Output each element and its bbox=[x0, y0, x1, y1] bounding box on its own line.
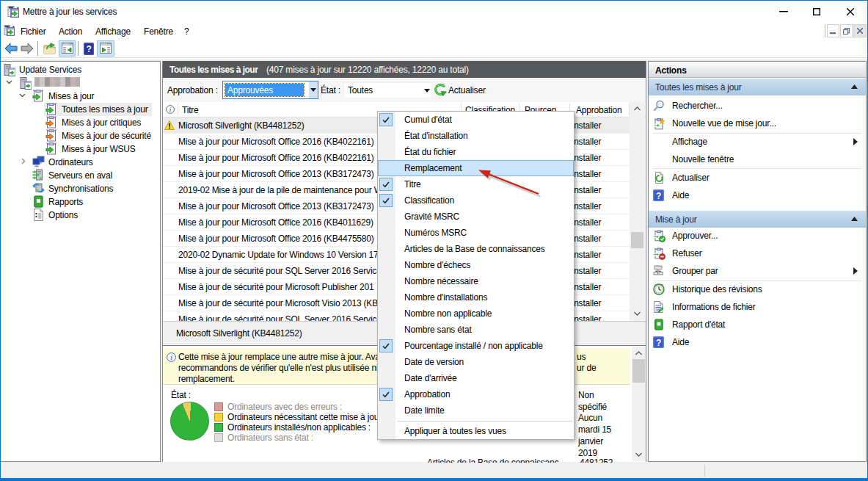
svg-text:?: ? bbox=[86, 44, 91, 54]
svg-text:?: ? bbox=[656, 191, 661, 201]
svg-text:?: ? bbox=[656, 338, 661, 348]
svg-text:i: i bbox=[170, 353, 172, 361]
